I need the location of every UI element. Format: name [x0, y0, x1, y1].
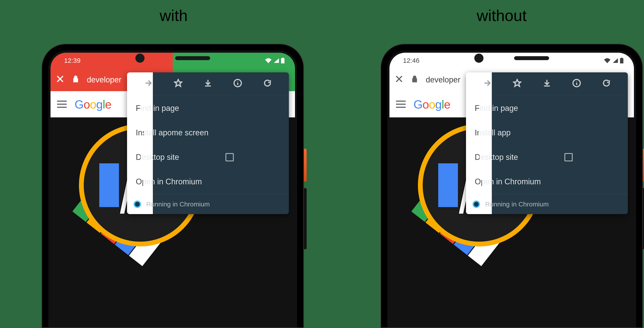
info-icon[interactable] [233, 79, 242, 90]
chromium-icon [134, 200, 141, 208]
forward-icon[interactable] [144, 79, 153, 90]
earpiece-speaker [175, 56, 210, 60]
google-logo: G o o g l e [74, 98, 111, 111]
menu-footer: Running in Chromium [127, 194, 289, 214]
wifi-icon [265, 58, 272, 63]
menu-open-in-chromium[interactable]: Open in Chromium [466, 170, 628, 194]
menu-find-in-page[interactable]: Find in page [466, 96, 628, 120]
label-without: without [477, 6, 526, 24]
download-icon[interactable] [542, 79, 551, 90]
menu-icon[interactable] [57, 100, 67, 108]
desktop-site-checkbox[interactable] [564, 153, 573, 162]
info-icon[interactable] [572, 79, 581, 90]
power-button [304, 149, 306, 182]
cellular-icon [612, 58, 618, 63]
status-time: 12:39 [64, 57, 80, 64]
status-time: 12:46 [403, 57, 420, 64]
label-with: with [160, 6, 188, 24]
menu-desktop-site[interactable]: Desktop site [466, 145, 628, 170]
google-logo: G o o g l e [414, 98, 450, 111]
close-icon[interactable] [395, 74, 404, 85]
lock-icon [72, 75, 79, 84]
menu-desktop-site[interactable]: Desktop site [127, 145, 289, 170]
reload-icon[interactable] [602, 79, 611, 90]
wifi-icon [604, 58, 611, 63]
url-domain[interactable]: developer [426, 75, 460, 84]
battery-icon [281, 58, 284, 64]
front-camera [474, 54, 484, 63]
menu-find-in-page[interactable]: Find in page [127, 96, 289, 120]
star-icon[interactable] [174, 79, 182, 90]
overflow-menu: Find in page Install app Desktop site Op… [466, 72, 628, 214]
earpiece-speaker [514, 56, 549, 60]
desktop-site-checkbox[interactable] [226, 153, 234, 162]
forward-icon[interactable] [483, 79, 492, 90]
chromium-icon [472, 200, 480, 208]
menu-footer: Running in Chromium [466, 194, 628, 214]
front-camera [135, 54, 144, 63]
volume-button [304, 188, 306, 249]
cellular-icon [274, 58, 279, 63]
overflow-menu: Find in page Install apome screen Deskto… [127, 72, 289, 214]
close-icon[interactable] [56, 74, 64, 85]
menu-install[interactable]: Install apome screen [127, 120, 289, 145]
download-icon[interactable] [204, 79, 212, 90]
phone-without-theme: 12:46 developer G o [380, 44, 643, 328]
battery-icon [620, 58, 624, 64]
reload-icon[interactable] [263, 79, 272, 90]
url-domain[interactable]: developer [87, 75, 121, 84]
menu-install[interactable]: Install app [466, 120, 628, 145]
lock-icon [411, 75, 418, 84]
menu-open-in-chromium[interactable]: Open in Chromium [127, 170, 289, 194]
phone-with-theme: 12:39 developer G o [42, 44, 304, 328]
star-icon[interactable] [513, 79, 522, 90]
menu-icon[interactable] [396, 100, 406, 108]
